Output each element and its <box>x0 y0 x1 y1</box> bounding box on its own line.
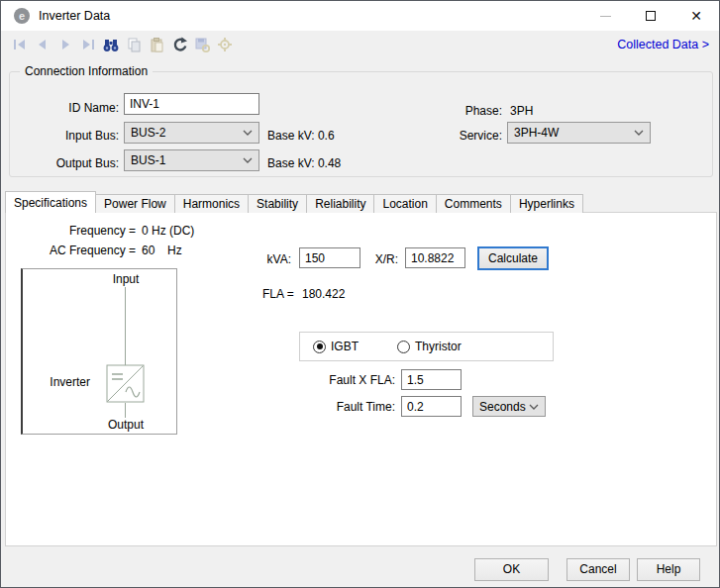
service-select[interactable]: 3PH-4W <box>507 122 651 144</box>
input-bus-base-kv: Base kV: 0.6 <box>267 125 335 147</box>
tab-harmonics[interactable]: Harmonics <box>174 194 249 213</box>
inverter-data-dialog: e Inverter Data ✕ <box>0 0 720 588</box>
id-name-input[interactable] <box>124 93 259 115</box>
service-value: 3PH-4W <box>514 126 559 140</box>
output-bus-value: BUS-1 <box>131 153 165 167</box>
inverter-symbol-icon <box>106 364 146 404</box>
find-icon[interactable] <box>102 36 120 53</box>
previous-record-icon <box>34 36 51 53</box>
id-name-label: ID Name: <box>10 97 119 119</box>
fla-label: FLA = <box>262 284 294 305</box>
output-bus-select[interactable]: BUS-1 <box>124 149 259 171</box>
frequency-value: 0 Hz (DC) <box>142 221 194 242</box>
fault-time-unit-value: Seconds <box>479 400 526 414</box>
specifications-panel: Frequency = 0 Hz (DC) AC Frequency = 60 … <box>5 212 717 546</box>
diagram-input-line <box>125 287 126 365</box>
frequency-label: Frequency = <box>6 221 136 242</box>
input-bus-select[interactable]: BUS-2 <box>124 122 259 144</box>
tab-comments[interactable]: Comments <box>436 194 511 213</box>
collected-data-link[interactable]: Collected Data > <box>617 38 709 51</box>
thyristor-radio[interactable] <box>397 341 410 353</box>
refresh-icon[interactable] <box>170 36 188 53</box>
first-record-icon <box>11 36 29 53</box>
calculate-button[interactable]: Calculate <box>477 246 549 270</box>
copy-icon <box>125 36 143 53</box>
diagram-output-line <box>125 403 126 418</box>
ac-frequency-unit: Hz <box>167 241 182 261</box>
save-settings-icon <box>193 36 211 53</box>
xr-label: X/R: <box>303 249 398 270</box>
help-button[interactable]: Help <box>637 558 700 581</box>
close-icon: ✕ <box>690 9 702 23</box>
cancel-button[interactable]: Cancel <box>566 558 630 581</box>
chevron-down-icon <box>529 404 539 410</box>
diagram-output-label: Output <box>96 418 155 432</box>
fault-x-fla-label: Fault X FLA: <box>283 370 395 391</box>
input-bus-value: BUS-2 <box>131 126 165 140</box>
fla-value: 180.422 <box>302 284 345 305</box>
tab-strip: Specifications Power Flow Harmonics Stab… <box>5 191 583 213</box>
settings-icon <box>216 36 234 53</box>
output-bus-label: Output Bus: <box>10 152 119 174</box>
phase-label: Phase: <box>357 100 502 122</box>
inverter-diagram: Input Inverter Output <box>21 268 177 435</box>
thyristor-radio-option[interactable]: Thyristor <box>397 340 462 353</box>
chevron-down-icon <box>634 130 644 136</box>
inverter-type-group: IGBT Thyristor <box>299 332 554 361</box>
window-title: Inverter Data <box>39 9 110 23</box>
kva-label: kVA: <box>192 249 291 270</box>
igbt-radio-option[interactable]: IGBT <box>313 340 359 353</box>
igbt-radio-label: IGBT <box>331 340 359 353</box>
ac-frequency-value: 60 <box>142 241 154 261</box>
ac-frequency-label: AC Frequency = <box>6 241 136 261</box>
titlebar: e Inverter Data ✕ <box>1 1 719 31</box>
window-controls: ✕ <box>582 1 719 31</box>
tab-specifications[interactable]: Specifications <box>5 191 96 213</box>
ok-button[interactable]: OK <box>474 558 549 581</box>
maximize-button[interactable] <box>628 1 673 31</box>
fault-time-unit-select[interactable]: Seconds <box>472 396 546 417</box>
diagram-input-label: Input <box>96 272 155 286</box>
tab-reliability[interactable]: Reliability <box>306 194 374 213</box>
toolbar-icons <box>11 36 234 53</box>
maximize-icon <box>646 11 656 21</box>
close-button[interactable]: ✕ <box>673 1 719 31</box>
next-record-icon <box>56 36 74 53</box>
xr-input[interactable] <box>405 247 465 268</box>
service-label: Service: <box>357 125 502 147</box>
phase-value: 3PH <box>510 100 533 122</box>
tab-power-flow[interactable]: Power Flow <box>95 194 175 213</box>
tab-stability[interactable]: Stability <box>248 194 307 213</box>
input-bus-label: Input Bus: <box>10 125 119 147</box>
fault-x-fla-input[interactable] <box>401 369 462 390</box>
chevron-down-icon <box>243 157 253 163</box>
etap-logo-icon: e <box>14 8 30 24</box>
igbt-radio[interactable] <box>313 341 326 353</box>
fault-time-input[interactable] <box>401 396 462 417</box>
connection-information-group: Connection Information ID Name: Input Bu… <box>9 71 713 177</box>
connection-group-title: Connection Information <box>20 64 153 78</box>
minimize-button <box>582 1 628 31</box>
diagram-inverter-label: Inverter <box>23 375 90 389</box>
output-bus-base-kv: Base kV: 0.48 <box>267 152 341 174</box>
thyristor-radio-label: Thyristor <box>415 340 462 353</box>
fault-time-label: Fault Time: <box>283 397 395 418</box>
last-record-icon <box>79 36 97 53</box>
minimize-icon <box>600 16 611 17</box>
tab-hyperlinks[interactable]: Hyperlinks <box>510 194 583 213</box>
chevron-down-icon <box>243 130 253 136</box>
paste-icon <box>148 36 165 53</box>
toolbar: Collected Data > <box>1 31 719 58</box>
tab-location[interactable]: Location <box>373 194 436 213</box>
